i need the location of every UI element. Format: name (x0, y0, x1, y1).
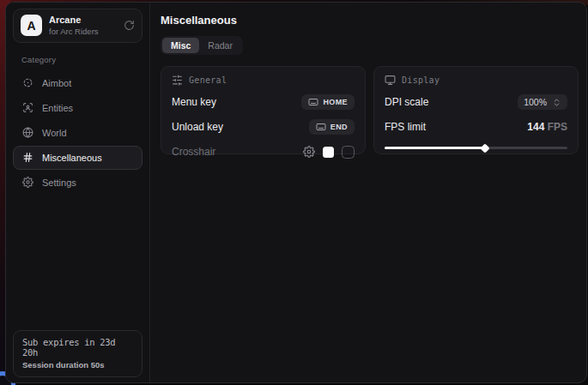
app-window: A Arcane for Arc Riders Category Aimbot … (5, 2, 587, 383)
tab-radar[interactable]: Radar (199, 38, 241, 53)
subscription-card: Sub expires in 23d 20h Session duration … (13, 330, 142, 377)
crosshair-icon (22, 77, 33, 88)
unload-key-label: Unload key (172, 121, 223, 133)
crosshair-controls (303, 146, 355, 159)
fps-unit: FPS (544, 121, 567, 133)
crosshair-row: Crosshair (172, 143, 355, 160)
brand-card: A Arcane for Arc Riders (13, 9, 142, 43)
fps-limit-label: FPS limit (385, 121, 426, 133)
chevrons-up-down-icon (552, 98, 561, 107)
fps-limit-value: 144 FPS (527, 121, 567, 133)
scan-person-icon (22, 102, 33, 113)
app-title: Arcane (49, 15, 117, 27)
tab-bar: Misc Radar (161, 36, 243, 55)
crosshair-settings-gear-icon[interactable] (303, 146, 315, 158)
general-panel: General Menu key HOME Unload key (161, 66, 366, 154)
session-duration-text: Session duration 50s (22, 360, 133, 370)
menu-key-row: Menu key HOME (172, 93, 355, 111)
fps-limit-slider[interactable] (385, 144, 567, 152)
fps-limit-row: FPS limit 144 FPS (385, 118, 567, 135)
sidebar-item-settings[interactable]: Settings (13, 171, 142, 195)
general-panel-header: General (172, 75, 355, 86)
panels-row: General Menu key HOME Unload key (161, 66, 579, 154)
tab-misc[interactable]: Misc (162, 38, 199, 53)
sub-expires-text: Sub expires in 23d 20h (22, 337, 133, 358)
menu-key-value: HOME (323, 98, 348, 106)
crosshair-label: Crosshair (172, 146, 215, 158)
app-subtitle: for Arc Riders (49, 27, 117, 37)
sidebar-item-label: Aimbot (42, 78, 71, 88)
sidebar-item-label: Settings (42, 177, 76, 188)
category-label: Category (21, 55, 142, 64)
brand-text: Arcane for Arc Riders (49, 15, 117, 37)
display-panel: Display DPI scale 100% FPS limit 144 FPS (373, 66, 579, 154)
refresh-icon[interactable] (124, 20, 135, 31)
sidebar: A Arcane for Arc Riders Category Aimbot … (6, 3, 150, 382)
display-panel-title: Display (402, 75, 439, 85)
fps-slider-thumb[interactable] (480, 143, 489, 153)
sidebar-item-label: Entities (42, 103, 73, 113)
sliders-icon (172, 75, 183, 86)
hash-icon (22, 152, 33, 163)
sidebar-item-world[interactable]: World (13, 121, 142, 145)
sidebar-item-label: Miscellaneous (42, 153, 102, 163)
gear-icon (22, 177, 33, 188)
page-title: Miscellaneous (161, 14, 579, 27)
monitor-icon (385, 75, 396, 86)
globe-icon (22, 127, 33, 138)
fps-slider-fill (385, 147, 485, 149)
sidebar-item-label: World (42, 128, 67, 138)
menu-key-label: Menu key (172, 96, 216, 108)
unload-key-button[interactable]: END (309, 119, 355, 135)
general-panel-title: General (189, 75, 227, 85)
unload-key-row: Unload key END (172, 118, 355, 135)
menu-key-button[interactable]: HOME (301, 94, 355, 110)
dpi-scale-label: DPI scale (385, 96, 428, 108)
main-content: Miscellaneous Misc Radar General Menu ke… (150, 3, 587, 382)
sidebar-item-entities[interactable]: Entities (13, 96, 142, 120)
app-logo: A (21, 15, 42, 36)
dpi-scale-row: DPI scale 100% (385, 93, 567, 111)
crosshair-color-swatch[interactable] (323, 147, 334, 158)
sidebar-item-miscellaneous[interactable]: Miscellaneous (13, 146, 142, 170)
dpi-scale-value: 100% (524, 97, 547, 107)
sidebar-item-aimbot[interactable]: Aimbot (13, 71, 142, 95)
dpi-scale-select[interactable]: 100% (518, 94, 567, 110)
display-panel-header: Display (385, 75, 567, 86)
keyboard-icon (316, 122, 326, 132)
crosshair-checkbox[interactable] (342, 146, 355, 159)
keyboard-icon (308, 97, 318, 107)
unload-key-value: END (330, 123, 348, 131)
